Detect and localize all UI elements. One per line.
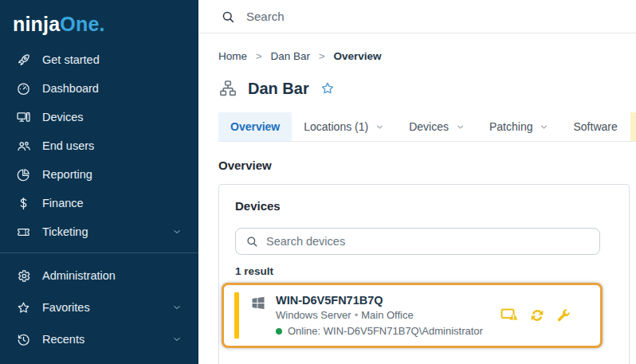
device-status-text: Online: WIN-D6V5FN71B7Q\Administrator: [288, 325, 483, 337]
chevron-down-icon: [539, 122, 549, 132]
sidebar-item-finance[interactable]: Finance: [0, 189, 198, 217]
bullet-separator: •: [355, 309, 359, 321]
device-location: Main Office: [361, 309, 414, 321]
sidebar-item-recents[interactable]: Recents: [0, 323, 198, 355]
favorite-star-icon[interactable]: [320, 80, 336, 96]
device-search-input[interactable]: [266, 235, 590, 248]
section-heading-overview: Overview: [218, 159, 630, 172]
pie-chart-icon: [16, 167, 31, 182]
sidebar-item-favorites[interactable]: Favorites: [0, 292, 198, 323]
sidebar-item-label: Recents: [42, 333, 84, 346]
sidebar-item-label: Ticketing: [42, 225, 88, 238]
gauge-icon: [16, 81, 31, 96]
tab-partial-highlight[interactable]: [630, 112, 636, 141]
logo-text-ninja: ninja: [13, 13, 60, 35]
main-area: Home > Dan Bar > Overview Dan Bar Overvi…: [198, 0, 636, 364]
tab-overview[interactable]: Overview: [218, 112, 292, 141]
device-actions: [501, 307, 571, 324]
global-search-bar: [198, 0, 636, 33]
dollar-icon: [16, 196, 31, 211]
sidebar-item-dashboard[interactable]: Dashboard: [0, 74, 198, 103]
sidebar-item-label: Devices: [42, 111, 84, 123]
sidebar-item-end-users[interactable]: End users: [0, 131, 198, 160]
devices-card-title: Devices: [235, 199, 600, 213]
breadcrumb-dan-bar[interactable]: Dan Bar: [270, 50, 310, 62]
tab-bar: Overview Locations (1) Devices Patching …: [218, 112, 636, 142]
history-icon: [16, 332, 31, 347]
sidebar-item-administration[interactable]: Administration: [0, 260, 198, 292]
sidebar-item-devices[interactable]: Devices: [0, 103, 198, 131]
sidebar-item-label: Dashboard: [42, 82, 99, 95]
chevron-down-icon: [455, 122, 465, 132]
online-status-dot: [276, 328, 282, 335]
sidebar-divider: [0, 252, 198, 253]
search-icon: [245, 235, 258, 248]
sidebar-item-label: Administration: [42, 269, 116, 282]
tab-patching[interactable]: Patching: [477, 112, 561, 141]
chevron-down-icon: [375, 122, 385, 132]
chevron-down-icon: [171, 302, 183, 313]
wrench-icon[interactable]: [555, 307, 571, 324]
windows-icon: [250, 295, 266, 311]
organization-icon: [218, 79, 238, 98]
sidebar-item-label: Favorites: [42, 301, 90, 314]
devices-icon: [16, 110, 31, 125]
tab-software[interactable]: Software: [561, 112, 629, 141]
device-search-box: [235, 228, 600, 255]
device-os: Windows Server: [276, 309, 351, 321]
tab-devices[interactable]: Devices: [397, 112, 477, 141]
breadcrumb-home[interactable]: Home: [218, 50, 247, 62]
global-search-input[interactable]: [246, 10, 525, 23]
page-title: Dan Bar: [248, 80, 309, 98]
chevron-down-icon: [171, 334, 183, 345]
sidebar-item-reporting[interactable]: Reporting: [0, 160, 198, 189]
gear-icon: [16, 268, 31, 284]
sync-icon[interactable]: [528, 307, 546, 324]
search-icon: [221, 10, 235, 24]
tab-locations[interactable]: Locations (1): [292, 112, 397, 141]
device-row[interactable]: WIN-D6V5FN71B7Q Windows Server•Main Offi…: [222, 283, 603, 348]
sidebar-item-label: Get started: [42, 53, 100, 66]
logo-dot: .: [100, 13, 105, 35]
breadcrumb: Home > Dan Bar > Overview: [218, 50, 630, 62]
sidebar: ninjaOne. Get started Dashboard Devices …: [0, 0, 198, 364]
device-name: WIN-D6V5FN71B7Q: [276, 294, 483, 307]
sidebar-item-label: Reporting: [42, 168, 92, 181]
chevron-down-icon: [171, 226, 183, 237]
sidebar-item-label: End users: [42, 139, 94, 152]
rocket-icon: [16, 53, 31, 68]
result-count: 1 result: [235, 265, 600, 277]
ninjaone-logo[interactable]: ninjaOne.: [0, 0, 198, 45]
severity-bar: [234, 292, 239, 339]
breadcrumb-separator: >: [256, 50, 262, 62]
sidebar-item-get-started[interactable]: Get started: [0, 45, 198, 74]
device-info: WIN-D6V5FN71B7Q Windows Server•Main Offi…: [276, 294, 483, 337]
breadcrumb-separator: >: [319, 50, 325, 62]
ticket-icon: [16, 225, 31, 240]
star-icon: [16, 300, 31, 315]
devices-card: Devices 1 result WIN-D6V5FN71B7Q Windows…: [218, 184, 630, 364]
device-alert-icon[interactable]: [501, 307, 520, 324]
breadcrumb-current: Overview: [333, 50, 381, 62]
sidebar-item-label: Finance: [42, 197, 84, 209]
logo-text-one: One: [60, 13, 99, 35]
users-icon: [16, 139, 31, 154]
sidebar-item-ticketing[interactable]: Ticketing: [0, 217, 198, 246]
